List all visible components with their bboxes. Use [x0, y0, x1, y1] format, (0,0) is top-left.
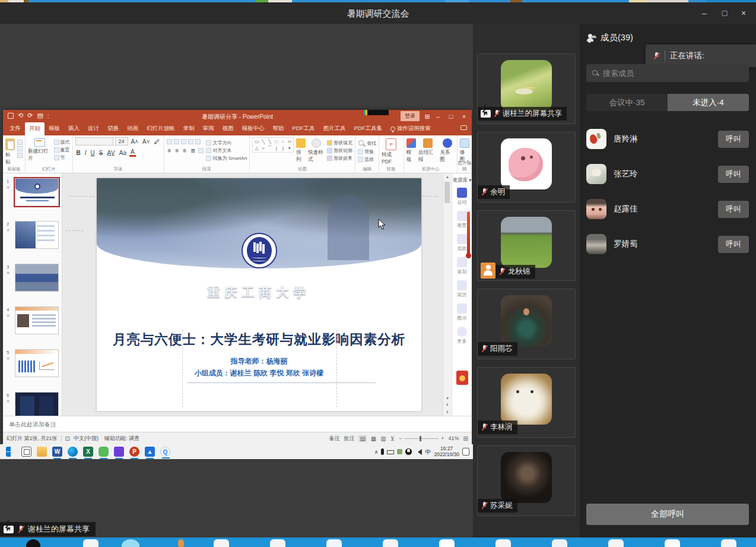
comment-icon[interactable] — [460, 125, 467, 130]
normal-view-icon[interactable]: ▤ — [358, 435, 366, 442]
local-taskbar-sliver[interactable] — [0, 537, 756, 547]
close-button[interactable]: × — [735, 6, 752, 20]
tab-in-meeting[interactable]: 会议中·35 — [586, 94, 668, 111]
resource-library-header[interactable]: 资源库 ▾ — [452, 173, 472, 188]
reading-view-icon[interactable]: ▥ — [380, 435, 386, 442]
video-tile-lilinrun[interactable]: 李林润 — [477, 367, 576, 438]
align-right-icon[interactable]: ≡ — [182, 147, 188, 154]
tab-file[interactable]: 文件 — [5, 122, 25, 135]
reset-button[interactable]: 重置 — [54, 147, 70, 153]
taskbar-app-icon[interactable] — [178, 539, 184, 547]
tab-transitions[interactable]: 切换 — [103, 122, 123, 135]
task-view-icon[interactable] — [21, 447, 31, 457]
tab-view[interactable]: 视图 — [218, 122, 238, 135]
wechat-icon[interactable] — [99, 447, 109, 457]
res-item-diagram[interactable]: 图示 — [452, 303, 472, 321]
shape-bracket-icon[interactable]: } — [279, 145, 286, 151]
scrollbar-thumb[interactable] — [444, 182, 450, 203]
video-tile-xieguilan[interactable]: 谢桂兰的屏幕共享 — [477, 53, 576, 124]
taskbar-app-icon[interactable] — [495, 539, 511, 547]
prev-slide-icon[interactable]: ⇞ — [443, 403, 452, 407]
shape-more-icon[interactable]: ▾ — [286, 145, 293, 151]
taskbar-app-icon[interactable] — [665, 539, 680, 547]
tray-expand-icon[interactable]: ∧ — [374, 449, 379, 455]
call-button[interactable]: 呼叫 — [718, 166, 749, 183]
taskbar-app-icon[interactable] — [608, 539, 624, 547]
indent-decrease-icon[interactable] — [181, 139, 186, 144]
underline-button[interactable]: U — [90, 150, 96, 156]
font-color-icon[interactable]: A — [129, 148, 136, 157]
shape-circle-icon[interactable]: ○ — [279, 138, 286, 145]
photos-icon[interactable]: ▲ — [145, 447, 155, 457]
member-search-input[interactable] — [603, 69, 733, 78]
res-item-more[interactable]: 更多 — [452, 327, 472, 344]
slide-1[interactable]: 重庆工商大学 月亮与六便士：大学生考研与就业影响因素分析 指导老师：杨海丽 小组… — [97, 178, 421, 411]
shape-line2-icon[interactable]: ╲ — [266, 138, 273, 145]
speaker-icon[interactable] — [415, 449, 422, 455]
align-left-icon[interactable]: ≡ — [167, 147, 173, 154]
smartart-button[interactable]: 转换为 SmartArt — [206, 155, 247, 162]
scroll-down-icon[interactable]: ▼ — [443, 396, 452, 400]
display-settings-icon[interactable]: ⊡ — [65, 435, 70, 442]
slide-thumb-1[interactable]: 1 — [15, 178, 59, 206]
video-tile-yuming[interactable]: 余明 — [477, 132, 576, 203]
cut-icon[interactable] — [17, 140, 23, 145]
call-all-button[interactable]: 全部呼叫 — [586, 504, 749, 525]
tab-not-joined[interactable]: 未进入·4 — [668, 94, 749, 111]
shape-outline-button[interactable]: 形状轮廓 — [327, 147, 352, 154]
language-status[interactable]: 中文(中国) — [74, 435, 99, 442]
shape-rect-icon[interactable]: ▭ — [253, 138, 260, 145]
file-explorer-icon[interactable] — [37, 447, 47, 457]
template-button[interactable]: 模板 — [406, 137, 416, 163]
tab-pdf-toolset[interactable]: PDF工具集 — [350, 122, 387, 135]
meeting-app-icon[interactable]: Q — [160, 447, 170, 457]
font-size-combobox[interactable]: 24 — [115, 137, 128, 146]
notes-toggle[interactable]: 备注 — [329, 435, 339, 442]
to-pdf-button[interactable]: P 转成PDF — [382, 137, 401, 165]
video-tile-sucaini[interactable]: 苏采妮 — [477, 445, 576, 516]
video-tile-longqiujin[interactable]: 龙秋锦 — [477, 210, 576, 281]
start-button-icon[interactable] — [6, 447, 16, 457]
shrink-font-icon[interactable]: A˅ — [141, 138, 151, 145]
taskbar-app-icon[interactable] — [721, 539, 736, 547]
shape-curve-icon[interactable]: ⌒ — [266, 145, 273, 151]
replace-button[interactable]: 替换 — [358, 148, 376, 155]
select-button[interactable]: 选择 — [358, 156, 376, 163]
shape-tri-icon[interactable]: △ — [253, 145, 260, 151]
tab-home[interactable]: 开始 — [25, 122, 45, 135]
taskbar-app-icon[interactable] — [26, 539, 40, 547]
slide-thumb-4[interactable]: 4 — [15, 306, 59, 334]
red-packet-icon[interactable] — [456, 371, 468, 385]
fit-slide-icon[interactable]: ⊞ — [463, 435, 468, 442]
iqiyi-icon[interactable] — [114, 447, 124, 457]
tab-picture-tools[interactable]: 图片工具 — [319, 122, 350, 135]
canvas-scrollbar[interactable]: ▲ ▼ ⇞ ⇟ — [443, 173, 452, 416]
indent-increase-icon[interactable] — [188, 139, 193, 144]
slideshow-icon[interactable]: ⊻ — [390, 435, 395, 442]
taskbar-app-icon[interactable] — [122, 539, 139, 547]
res-item-resume[interactable]: 简历 — [452, 280, 472, 298]
justify-icon[interactable]: ≣ — [189, 147, 196, 154]
next-slide-icon[interactable]: ⇟ — [443, 410, 452, 415]
call-button[interactable]: 呼叫 — [718, 201, 749, 218]
grow-font-icon[interactable]: A˄ — [130, 138, 140, 145]
tab-review[interactable]: 审阅 — [199, 122, 218, 135]
tab-slideshow[interactable]: 幻灯片放映 — [142, 122, 179, 135]
copy-icon[interactable] — [17, 146, 23, 151]
powerpoint-icon[interactable]: P — [129, 447, 139, 457]
format-painter-icon[interactable] — [17, 153, 23, 158]
pen-icon[interactable] — [397, 449, 402, 454]
call-button[interactable]: 呼叫 — [718, 131, 749, 148]
new-slide-button[interactable]: 新建幻灯片 — [28, 137, 52, 162]
tab-template-center[interactable]: 模板中心 — [238, 122, 269, 135]
align-center-icon[interactable]: ≡ — [174, 147, 180, 154]
zoom-out-icon[interactable]: − — [399, 435, 402, 441]
tab-animations[interactable]: 动画 — [123, 122, 142, 135]
bold-button[interactable]: B — [75, 150, 82, 156]
char-spacing-icon[interactable]: A̲V̲ — [106, 150, 116, 156]
numbering-icon[interactable] — [174, 139, 179, 144]
tab-design[interactable]: 设计 — [84, 122, 103, 135]
shape-l-icon[interactable]: ⌐ — [260, 145, 266, 151]
relation-diagram-button[interactable]: 关系图 — [440, 137, 454, 163]
accessibility-status[interactable]: 辅助功能: 调查 — [104, 435, 139, 442]
